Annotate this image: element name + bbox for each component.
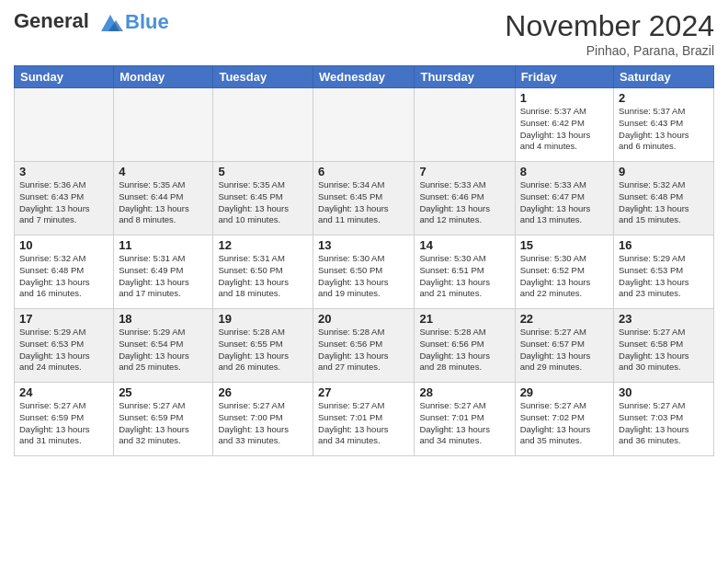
day-number: 3: [19, 165, 108, 178]
day-info: Sunrise: 5:27 AM Sunset: 6:59 PM Dayligh…: [19, 400, 108, 447]
calendar-day-cell: [313, 88, 415, 162]
header-thursday: Thursday: [415, 66, 515, 88]
day-info: Sunrise: 5:31 AM Sunset: 6:50 PM Dayligh…: [218, 253, 308, 300]
calendar-day-cell: 1Sunrise: 5:37 AM Sunset: 6:42 PM Daylig…: [515, 88, 613, 162]
day-info: Sunrise: 5:32 AM Sunset: 6:48 PM Dayligh…: [619, 179, 709, 226]
day-number: 27: [318, 385, 409, 399]
calendar-day-cell: 28Sunrise: 5:27 AM Sunset: 7:01 PM Dayli…: [415, 383, 515, 456]
day-number: 30: [619, 385, 709, 399]
day-number: 8: [520, 165, 609, 178]
day-info: Sunrise: 5:37 AM Sunset: 6:42 PM Dayligh…: [520, 106, 609, 153]
calendar-day-cell: 6Sunrise: 5:34 AM Sunset: 6:45 PM Daylig…: [313, 162, 415, 236]
month-title: November 2024: [505, 9, 714, 43]
day-number: 10: [19, 238, 108, 252]
header-sunday: Sunday: [15, 66, 114, 88]
calendar-day-cell: 30Sunrise: 5:27 AM Sunset: 7:03 PM Dayli…: [614, 383, 714, 456]
day-number: 11: [119, 238, 208, 252]
calendar-day-cell: 11Sunrise: 5:31 AM Sunset: 6:49 PM Dayli…: [114, 236, 213, 309]
day-number: 12: [218, 238, 308, 252]
calendar-day-cell: 24Sunrise: 5:27 AM Sunset: 6:59 PM Dayli…: [15, 383, 114, 456]
calendar-day-cell: 16Sunrise: 5:29 AM Sunset: 6:53 PM Dayli…: [614, 236, 714, 309]
title-block: November 2024 Pinhao, Parana, Brazil: [505, 9, 714, 58]
day-number: 25: [119, 385, 208, 399]
day-info: Sunrise: 5:27 AM Sunset: 7:02 PM Dayligh…: [520, 400, 609, 447]
logo-icon: [97, 9, 123, 35]
calendar-week-1: 1Sunrise: 5:37 AM Sunset: 6:42 PM Daylig…: [15, 88, 714, 162]
calendar-day-cell: 23Sunrise: 5:27 AM Sunset: 6:58 PM Dayli…: [614, 309, 714, 383]
header-monday: Monday: [114, 66, 213, 88]
calendar-day-cell: 13Sunrise: 5:30 AM Sunset: 6:50 PM Dayli…: [313, 236, 415, 309]
calendar-day-cell: 8Sunrise: 5:33 AM Sunset: 6:47 PM Daylig…: [515, 162, 613, 236]
day-info: Sunrise: 5:27 AM Sunset: 7:01 PM Dayligh…: [318, 400, 409, 447]
day-info: Sunrise: 5:28 AM Sunset: 6:56 PM Dayligh…: [318, 327, 409, 373]
day-info: Sunrise: 5:35 AM Sunset: 6:44 PM Dayligh…: [119, 179, 208, 226]
calendar-day-cell: [213, 88, 313, 162]
day-info: Sunrise: 5:27 AM Sunset: 6:57 PM Dayligh…: [520, 327, 609, 373]
day-number: 7: [419, 165, 509, 178]
logo-blue: Blue: [125, 10, 169, 34]
day-info: Sunrise: 5:29 AM Sunset: 6:54 PM Dayligh…: [119, 327, 208, 373]
day-info: Sunrise: 5:27 AM Sunset: 7:01 PM Dayligh…: [419, 400, 509, 447]
calendar-day-cell: 20Sunrise: 5:28 AM Sunset: 6:56 PM Dayli…: [313, 309, 415, 383]
day-info: Sunrise: 5:33 AM Sunset: 6:46 PM Dayligh…: [419, 179, 509, 226]
day-number: 24: [19, 385, 108, 399]
logo-general: General: [14, 9, 89, 32]
day-info: Sunrise: 5:30 AM Sunset: 6:51 PM Dayligh…: [419, 253, 509, 300]
day-number: 22: [520, 312, 609, 326]
day-info: Sunrise: 5:28 AM Sunset: 6:55 PM Dayligh…: [218, 327, 308, 373]
header-tuesday: Tuesday: [213, 66, 313, 88]
day-number: 17: [19, 312, 108, 326]
day-number: 21: [419, 312, 509, 326]
calendar-day-cell: [15, 88, 114, 162]
calendar-day-cell: 27Sunrise: 5:27 AM Sunset: 7:01 PM Dayli…: [313, 383, 415, 456]
calendar-header-row: Sunday Monday Tuesday Wednesday Thursday…: [15, 66, 714, 88]
calendar-day-cell: [415, 88, 515, 162]
day-number: 1: [520, 91, 609, 105]
calendar-day-cell: 14Sunrise: 5:30 AM Sunset: 6:51 PM Dayli…: [415, 236, 515, 309]
day-info: Sunrise: 5:27 AM Sunset: 6:59 PM Dayligh…: [119, 400, 208, 447]
header-wednesday: Wednesday: [313, 66, 415, 88]
calendar-day-cell: 19Sunrise: 5:28 AM Sunset: 6:55 PM Dayli…: [213, 309, 313, 383]
day-info: Sunrise: 5:37 AM Sunset: 6:43 PM Dayligh…: [619, 106, 709, 153]
day-number: 20: [318, 312, 409, 326]
calendar-day-cell: 4Sunrise: 5:35 AM Sunset: 6:44 PM Daylig…: [114, 162, 213, 236]
day-info: Sunrise: 5:32 AM Sunset: 6:48 PM Dayligh…: [19, 253, 108, 300]
day-number: 6: [318, 165, 409, 178]
calendar-day-cell: 3Sunrise: 5:36 AM Sunset: 6:43 PM Daylig…: [15, 162, 114, 236]
day-info: Sunrise: 5:35 AM Sunset: 6:45 PM Dayligh…: [218, 179, 308, 226]
page-container: General Blue November 2024 Pinhao, Paran…: [0, 0, 728, 563]
day-number: 15: [520, 238, 609, 252]
calendar-day-cell: 22Sunrise: 5:27 AM Sunset: 6:57 PM Dayli…: [515, 309, 613, 383]
calendar-table: Sunday Monday Tuesday Wednesday Thursday…: [14, 65, 714, 456]
calendar-day-cell: 29Sunrise: 5:27 AM Sunset: 7:02 PM Dayli…: [515, 383, 613, 456]
calendar-week-5: 24Sunrise: 5:27 AM Sunset: 6:59 PM Dayli…: [15, 383, 714, 456]
calendar-day-cell: 18Sunrise: 5:29 AM Sunset: 6:54 PM Dayli…: [114, 309, 213, 383]
day-info: Sunrise: 5:27 AM Sunset: 7:03 PM Dayligh…: [619, 400, 709, 447]
calendar-day-cell: 9Sunrise: 5:32 AM Sunset: 6:48 PM Daylig…: [614, 162, 714, 236]
header-friday: Friday: [515, 66, 613, 88]
day-info: Sunrise: 5:36 AM Sunset: 6:43 PM Dayligh…: [19, 179, 108, 226]
day-info: Sunrise: 5:27 AM Sunset: 6:58 PM Dayligh…: [619, 327, 709, 373]
day-info: Sunrise: 5:28 AM Sunset: 6:56 PM Dayligh…: [419, 327, 509, 373]
day-number: 29: [520, 385, 609, 399]
day-number: 13: [318, 238, 409, 252]
day-number: 16: [619, 238, 709, 252]
header: General Blue November 2024 Pinhao, Paran…: [14, 9, 714, 58]
day-number: 4: [119, 165, 208, 178]
day-number: 5: [218, 165, 308, 178]
day-info: Sunrise: 5:30 AM Sunset: 6:52 PM Dayligh…: [520, 253, 609, 300]
day-number: 18: [119, 312, 208, 326]
calendar-day-cell: 10Sunrise: 5:32 AM Sunset: 6:48 PM Dayli…: [15, 236, 114, 309]
day-info: Sunrise: 5:33 AM Sunset: 6:47 PM Dayligh…: [520, 179, 609, 226]
calendar-day-cell: 25Sunrise: 5:27 AM Sunset: 6:59 PM Dayli…: [114, 383, 213, 456]
day-info: Sunrise: 5:27 AM Sunset: 7:00 PM Dayligh…: [218, 400, 308, 447]
calendar-week-4: 17Sunrise: 5:29 AM Sunset: 6:53 PM Dayli…: [15, 309, 714, 383]
day-number: 23: [619, 312, 709, 326]
day-info: Sunrise: 5:31 AM Sunset: 6:49 PM Dayligh…: [119, 253, 208, 300]
day-number: 14: [419, 238, 509, 252]
calendar-day-cell: 21Sunrise: 5:28 AM Sunset: 6:56 PM Dayli…: [415, 309, 515, 383]
day-number: 19: [218, 312, 308, 326]
calendar-day-cell: 7Sunrise: 5:33 AM Sunset: 6:46 PM Daylig…: [415, 162, 515, 236]
day-info: Sunrise: 5:34 AM Sunset: 6:45 PM Dayligh…: [318, 179, 409, 226]
calendar-day-cell: 17Sunrise: 5:29 AM Sunset: 6:53 PM Dayli…: [15, 309, 114, 383]
